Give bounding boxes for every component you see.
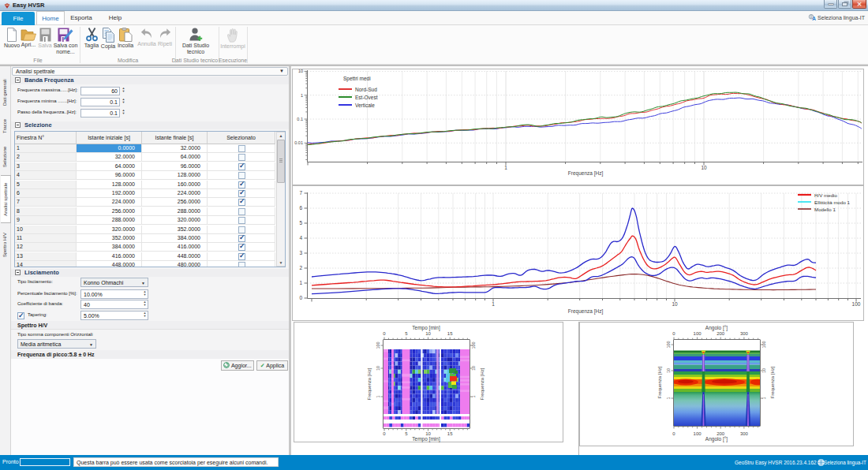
svg-text:Angolo [°]: Angolo [°] — [705, 436, 728, 442]
svg-text:Tempo [min]: Tempo [min] — [412, 325, 440, 331]
svg-text:Tempo [min]: Tempo [min] — [412, 436, 440, 442]
svg-text:2: 2 — [299, 265, 302, 270]
svg-text:100: 100 — [666, 341, 671, 348]
svg-text:5: 5 — [299, 220, 302, 226]
svg-text:1: 1 — [301, 93, 303, 98]
svg-text:10: 10 — [471, 366, 476, 371]
svg-text:10: 10 — [425, 431, 431, 436]
svg-text:1: 1 — [761, 397, 766, 399]
svg-text:6: 6 — [299, 205, 302, 211]
svg-text:300: 300 — [740, 431, 749, 436]
svg-text:Modello 1: Modello 1 — [814, 207, 836, 212]
svg-text:200: 200 — [716, 331, 725, 336]
svg-text:Spettri medi: Spettri medi — [343, 76, 371, 82]
svg-text:Est-Ovest: Est-Ovest — [355, 95, 378, 100]
svg-text:100: 100 — [761, 341, 766, 348]
svg-text:Frequenza [Hz]: Frequenza [Hz] — [367, 367, 372, 400]
svg-text:100: 100 — [852, 301, 861, 307]
svg-text:Frequenza [Hz]: Frequenza [Hz] — [568, 170, 604, 177]
svg-text:10: 10 — [701, 165, 707, 170]
svg-text:Frequenza [Hz]: Frequenza [Hz] — [770, 366, 775, 398]
svg-text:10: 10 — [761, 368, 766, 373]
svg-text:Frequenza [Hz]: Frequenza [Hz] — [568, 308, 604, 315]
svg-text:100: 100 — [376, 341, 380, 349]
svg-text:Verticale: Verticale — [355, 103, 375, 108]
svg-text:1: 1 — [376, 395, 380, 397]
svg-text:0: 0 — [299, 295, 302, 300]
svg-text:100: 100 — [694, 331, 702, 336]
svg-text:0.01: 0.01 — [294, 140, 303, 145]
svg-text:0.1: 0.1 — [297, 117, 303, 121]
svg-text:200: 200 — [716, 431, 725, 436]
svg-text:15: 15 — [447, 331, 453, 336]
svg-text:Nord-Sud: Nord-Sud — [355, 87, 377, 92]
svg-text:100: 100 — [694, 431, 702, 436]
svg-text:10: 10 — [672, 301, 678, 307]
svg-text:Frequenza [Hz]: Frequenza [Hz] — [480, 367, 485, 400]
svg-text:100: 100 — [471, 341, 476, 349]
svg-text:Ellitticità modo 1: Ellitticità modo 1 — [814, 200, 851, 205]
svg-text:10: 10 — [298, 69, 303, 73]
svg-text:10: 10 — [666, 368, 671, 373]
svg-text:Frequenza [Hz]: Frequenza [Hz] — [657, 366, 662, 398]
svg-text:300: 300 — [740, 331, 749, 336]
svg-text:4: 4 — [299, 235, 302, 241]
svg-text:Angolo [°]: Angolo [°] — [705, 325, 728, 331]
svg-text:A: A — [812, 16, 816, 21]
svg-text:7: 7 — [299, 190, 302, 196]
svg-text:1: 1 — [299, 280, 302, 285]
svg-text:H/V medio: H/V medio — [814, 192, 837, 198]
svg-text:1: 1 — [504, 165, 507, 170]
svg-text:10: 10 — [425, 331, 431, 336]
svg-text:10: 10 — [376, 366, 380, 371]
svg-text:15: 15 — [447, 431, 453, 436]
svg-text:1: 1 — [471, 395, 476, 397]
svg-text:3: 3 — [299, 250, 302, 256]
svg-text:1: 1 — [666, 397, 671, 399]
svg-text:1: 1 — [492, 301, 495, 307]
